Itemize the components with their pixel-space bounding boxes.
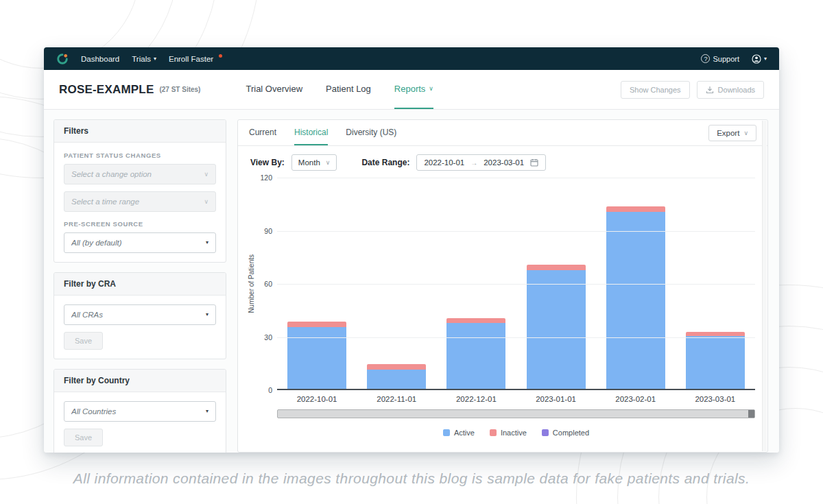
nav-trials-label: Trials bbox=[132, 55, 151, 63]
view-by-select[interactable]: Month ∨ bbox=[291, 154, 337, 171]
tab-trial-overview[interactable]: Trial Overview bbox=[246, 70, 302, 109]
filters-card: Filters PATIENT STATUS CHANGES Select a … bbox=[53, 119, 226, 263]
show-changes-button[interactable]: Show Changes bbox=[621, 81, 690, 99]
legend-item-active[interactable]: Active bbox=[443, 429, 475, 437]
chart-controls: View By: Month ∨ Date Range: 2022-10-01 … bbox=[238, 146, 767, 173]
bar-segment-inactive bbox=[606, 206, 665, 212]
filter-by-country-title: Filter by Country bbox=[54, 370, 226, 392]
legend-swatch-icon bbox=[443, 429, 450, 436]
time-range-placeholder: Select a time range bbox=[71, 197, 204, 206]
y-axis-ticks: 0306090120 bbox=[257, 178, 277, 390]
y-tick-label: 90 bbox=[264, 227, 272, 235]
bar-segment-active bbox=[367, 370, 426, 389]
tab-current[interactable]: Current bbox=[249, 120, 276, 145]
legend-item-inactive[interactable]: Inactive bbox=[490, 429, 527, 437]
chevron-down-icon: ∨ bbox=[326, 160, 331, 166]
download-icon bbox=[706, 86, 714, 94]
bar-segment-inactive bbox=[527, 265, 586, 270]
time-range-select[interactable]: Select a time range ∨ bbox=[64, 191, 216, 212]
tab-historical[interactable]: Historical bbox=[294, 120, 328, 145]
y-tick-label: 120 bbox=[260, 173, 272, 182]
stacked-bar-chart: Number of Patients 0306090120 2022-10-01… bbox=[238, 173, 767, 437]
report-tabs: Current Historical Diversity (US) Export… bbox=[238, 120, 767, 146]
date-range-picker[interactable]: 2022-10-01 → 2023-03-01 bbox=[416, 154, 546, 171]
bar-2022-10-01[interactable] bbox=[287, 322, 346, 389]
bar-2022-12-01[interactable] bbox=[446, 318, 505, 389]
tab-diversity-us[interactable]: Diversity (US) bbox=[346, 120, 396, 145]
chevron-down-icon: ∨ bbox=[204, 199, 208, 205]
tab-reports[interactable]: Reports ∨ bbox=[394, 70, 433, 109]
country-save-button[interactable]: Save bbox=[64, 429, 103, 446]
nav-dashboard[interactable]: Dashboard bbox=[81, 55, 119, 63]
export-label: Export bbox=[717, 129, 739, 137]
vertical-scrollbar[interactable] bbox=[762, 121, 767, 451]
gridline bbox=[277, 231, 755, 232]
sites-count: (27 ST Sites) bbox=[159, 86, 200, 93]
export-button[interactable]: Export ∨ bbox=[708, 125, 756, 141]
cra-save-button[interactable]: Save bbox=[64, 332, 103, 350]
country-select-value: All Countries bbox=[71, 407, 206, 416]
date-start-value: 2022-10-01 bbox=[424, 158, 464, 167]
scrollbar-thumb[interactable] bbox=[748, 410, 754, 418]
bar-segment-inactive bbox=[287, 322, 346, 327]
x-axis-labels: 2022-10-012022-11-012022-12-012023-01-01… bbox=[277, 395, 755, 403]
legend-label: Completed bbox=[553, 429, 589, 437]
bar-segment-active bbox=[287, 327, 346, 389]
filters-card-title: Filters bbox=[54, 120, 226, 143]
y-tick-label: 60 bbox=[264, 280, 272, 288]
date-range-label: Date Range: bbox=[361, 158, 409, 167]
support-link[interactable]: ? Support bbox=[701, 54, 739, 63]
chevron-down-icon: ∨ bbox=[743, 130, 748, 136]
downloads-button[interactable]: Downloads bbox=[697, 81, 764, 99]
account-menu[interactable]: ▾ bbox=[752, 54, 767, 64]
support-label: Support bbox=[713, 55, 739, 63]
cra-select[interactable]: All CRAs ▾ bbox=[64, 304, 216, 325]
bar-2023-03-01[interactable] bbox=[686, 332, 745, 389]
tab-historical-label: Historical bbox=[294, 128, 328, 137]
pre-screen-source-label: PRE-SCREEN SOURCE bbox=[64, 220, 216, 228]
brand-logo-icon[interactable] bbox=[56, 53, 69, 65]
caret-down-icon: ▾ bbox=[206, 240, 208, 245]
gridline bbox=[277, 337, 755, 338]
bar-segment-active bbox=[606, 212, 665, 389]
chevron-down-icon: ∨ bbox=[429, 86, 433, 92]
nav-enroll-faster[interactable]: Enroll Faster bbox=[169, 55, 222, 63]
report-panel: Current Historical Diversity (US) Export… bbox=[237, 119, 768, 453]
legend-label: Inactive bbox=[501, 429, 527, 437]
downloads-label: Downloads bbox=[718, 86, 755, 94]
filter-by-country-card: Filter by Country All Countries ▾ Save bbox=[53, 369, 226, 453]
nav-trials[interactable]: Trials ▾ bbox=[132, 55, 156, 63]
x-tick-label: 2022-10-01 bbox=[287, 395, 346, 403]
legend-label: Active bbox=[454, 429, 475, 437]
view-by-value: Month bbox=[298, 158, 320, 167]
country-select[interactable]: All Countries ▾ bbox=[64, 401, 216, 422]
page-caption: All information contained in the images … bbox=[0, 470, 823, 487]
bar-segment-inactive bbox=[367, 364, 426, 370]
filter-by-cra-title: Filter by CRA bbox=[54, 273, 226, 296]
gridline bbox=[277, 284, 755, 285]
notification-dot-icon bbox=[219, 54, 222, 58]
caret-down-icon: ▾ bbox=[206, 409, 208, 414]
horizontal-scrollbar[interactable] bbox=[277, 409, 755, 418]
legend-swatch-icon bbox=[490, 429, 497, 436]
tab-reports-label: Reports bbox=[394, 84, 426, 94]
cra-select-value: All CRAs bbox=[71, 311, 206, 319]
legend-item-completed[interactable]: Completed bbox=[542, 429, 589, 437]
tab-patient-log[interactable]: Patient Log bbox=[326, 70, 371, 109]
caret-down-icon: ▾ bbox=[154, 56, 156, 62]
gridline bbox=[277, 178, 755, 178]
tab-trial-overview-label: Trial Overview bbox=[246, 84, 302, 94]
trial-header: ROSE-EXAMPLE (27 ST Sites) Trial Overvie… bbox=[44, 70, 779, 110]
change-option-select[interactable]: Select a change option ∨ bbox=[64, 164, 216, 184]
bar-2022-11-01[interactable] bbox=[367, 364, 426, 389]
pre-screen-source-select[interactable]: All (by default) ▾ bbox=[64, 232, 216, 253]
pre-screen-source-value: All (by default) bbox=[71, 239, 206, 247]
x-tick-label: 2023-01-01 bbox=[527, 395, 586, 403]
filter-by-cra-card: Filter by CRA All CRAs ▾ Save bbox=[53, 272, 226, 359]
bar-2023-02-01[interactable] bbox=[606, 206, 665, 389]
caret-down-icon: ▾ bbox=[206, 312, 208, 317]
tab-diversity-us-label: Diversity (US) bbox=[346, 128, 396, 137]
nav-enroll-faster-label: Enroll Faster bbox=[169, 55, 213, 63]
user-icon bbox=[752, 54, 761, 64]
nav-dashboard-label: Dashboard bbox=[81, 55, 119, 63]
